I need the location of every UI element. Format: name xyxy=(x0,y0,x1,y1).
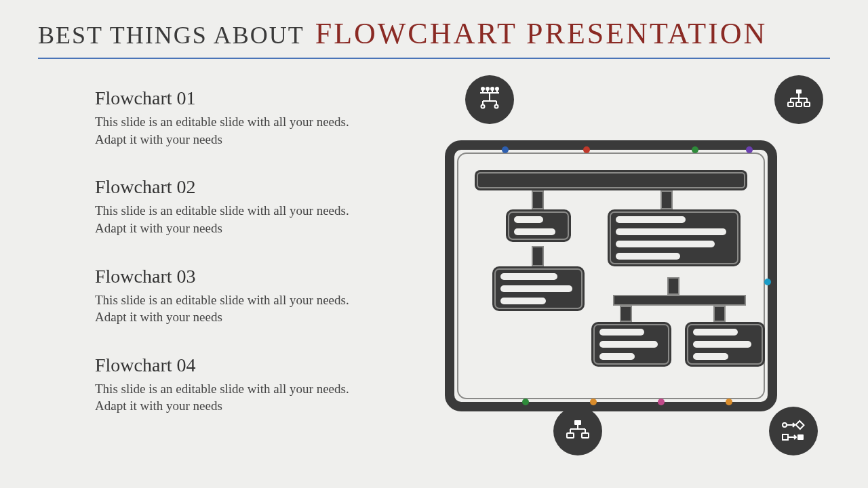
item-heading: Flowchart 03 xyxy=(95,266,404,287)
item-heading: Flowchart 01 xyxy=(95,87,404,109)
content-row: Flowchart 01 This slide is an editable s… xyxy=(38,87,830,443)
list-item: Flowchart 03 This slide is an editable s… xyxy=(95,266,404,326)
title-prefix: BEST THINGS ABOUT xyxy=(38,21,304,49)
title-main: FLOWCHART PRESENTATION xyxy=(315,16,768,51)
flowchart-board-icon xyxy=(445,140,777,411)
svg-point-4 xyxy=(486,87,489,90)
network-tree-icon xyxy=(465,75,514,124)
item-body: This slide is an editable slide with all… xyxy=(95,202,353,237)
svg-rect-21 xyxy=(788,102,793,106)
svg-rect-33 xyxy=(795,421,804,429)
svg-rect-29 xyxy=(567,433,574,438)
svg-rect-23 xyxy=(804,102,810,106)
org-chart-icon xyxy=(774,75,823,124)
title-underline xyxy=(38,58,830,59)
list-item: Flowchart 04 This slide is an editable s… xyxy=(95,354,404,415)
item-body: This slide is an editable slide with all… xyxy=(95,291,353,326)
svg-point-2 xyxy=(481,87,484,90)
item-body: This slide is an editable slide with all… xyxy=(95,380,353,415)
list-item: Flowchart 02 This slide is an editable s… xyxy=(95,176,404,237)
svg-rect-36 xyxy=(797,434,804,440)
process-flow-icon xyxy=(769,407,818,455)
bullet-list: Flowchart 01 This slide is an editable s… xyxy=(38,87,404,443)
item-heading: Flowchart 02 xyxy=(95,176,404,198)
list-item: Flowchart 01 This slide is an editable s… xyxy=(95,87,404,148)
svg-point-12 xyxy=(481,105,485,108)
svg-rect-34 xyxy=(783,434,788,440)
illustration-area xyxy=(404,87,830,443)
svg-rect-22 xyxy=(796,102,802,106)
svg-point-6 xyxy=(491,87,494,90)
slide: BEST THINGS ABOUT FLOWCHART PRESENTATION… xyxy=(0,0,868,488)
item-heading: Flowchart 04 xyxy=(95,354,404,376)
svg-rect-24 xyxy=(574,420,581,425)
svg-point-14 xyxy=(495,105,498,108)
svg-rect-30 xyxy=(582,433,589,438)
svg-point-8 xyxy=(496,87,498,90)
svg-point-31 xyxy=(783,423,787,427)
item-body: This slide is an editable slide with all… xyxy=(95,113,353,148)
svg-rect-15 xyxy=(796,89,802,94)
hierarchy-icon xyxy=(553,407,602,455)
slide-title: BEST THINGS ABOUT FLOWCHART PRESENTATION xyxy=(38,16,830,51)
